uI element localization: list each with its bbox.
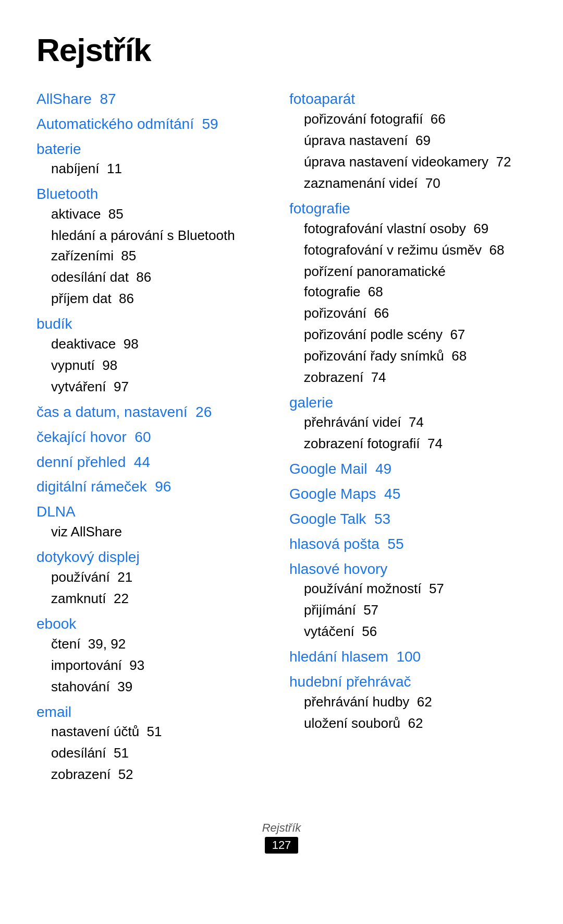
footer: Rejstřík 127: [36, 821, 527, 854]
index-entry: baterienabíjení 11: [36, 139, 274, 179]
index-entry: hlasové hovorypoužívání možností 57přijí…: [289, 559, 527, 642]
entry-header: galerie: [289, 393, 527, 413]
sub-entry: zobrazení 52: [36, 764, 274, 785]
footer-page: 127: [265, 837, 299, 854]
sub-entry: používání možností 57: [289, 579, 527, 599]
sub-entry: vytáčení 56: [289, 621, 527, 642]
entry-header: baterie: [36, 139, 274, 159]
entry-header: Google Maps 45: [289, 484, 527, 504]
index-entry: čekající hovor 60: [36, 427, 274, 447]
sub-entry: pořizování podle scény 67: [289, 325, 527, 345]
index-entry: hlasová pošta 55: [289, 534, 527, 554]
sub-entry: importování 93: [36, 655, 274, 676]
index-entry: hledání hlasem 100: [289, 647, 527, 667]
sub-entry: aktivace 85: [36, 204, 274, 224]
sub-entry: deaktivace 98: [36, 334, 274, 354]
sub-entry: odesílání dat 86: [36, 267, 274, 287]
sub-entry: pořizování fotografií 66: [289, 109, 527, 129]
index-entry: DLNAviz AllShare: [36, 502, 274, 542]
left-column: AllShare 87Automatického odmítání 59bate…: [36, 89, 289, 790]
sub-entry: zaznamenání videí 70: [289, 173, 527, 194]
index-entry: Automatického odmítání 59: [36, 114, 274, 134]
index-entry: Google Mail 49: [289, 459, 527, 479]
sub-entry: úprava nastavení 69: [289, 130, 527, 151]
index-entry: hudební přehrávačpřehrávání hudby 62ulož…: [289, 672, 527, 734]
index-entry: Google Maps 45: [289, 484, 527, 504]
sub-entry: přijímání 57: [289, 600, 527, 620]
entry-header: Google Talk 53: [289, 509, 527, 529]
index-entry: AllShare 87: [36, 89, 274, 109]
sub-entry: fotografování vlastní osoby 69: [289, 219, 527, 239]
entry-header: fotografie: [289, 199, 527, 219]
index-entry: Bluetoothaktivace 85hledání a párování s…: [36, 184, 274, 309]
entry-header: hudební přehrávač: [289, 672, 527, 692]
entry-header: DLNA: [36, 502, 274, 522]
sub-entry: pořizování řady snímků 68: [289, 346, 527, 366]
index-columns: AllShare 87Automatického odmítání 59bate…: [36, 89, 527, 790]
sub-entry: odesílání 51: [36, 743, 274, 763]
entry-header: AllShare 87: [36, 89, 274, 109]
entry-header: dotykový displej: [36, 547, 274, 567]
entry-header: hlasová pošta 55: [289, 534, 527, 554]
index-entry: čas a datum, nastavení 26: [36, 402, 274, 422]
entry-header: digitální rámeček 96: [36, 477, 274, 497]
right-column: fotoaparátpořizování fotografií 66úprava…: [289, 89, 527, 739]
page-title: Rejstřík: [36, 31, 527, 68]
entry-header: hledání hlasem 100: [289, 647, 527, 667]
sub-entry: příjem dat 86: [36, 289, 274, 309]
index-entry: digitální rámeček 96: [36, 477, 274, 497]
sub-entry: uložení souborů 62: [289, 713, 527, 734]
sub-entry: zobrazení fotografií 74: [289, 434, 527, 454]
entry-header: Google Mail 49: [289, 459, 527, 479]
sub-entry: přehrávání videí 74: [289, 412, 527, 433]
entry-header: čekající hovor 60: [36, 427, 274, 447]
sub-entry: pořízení panoramatické fotografie 68: [289, 261, 527, 302]
sub-entry: viz AllShare: [36, 522, 274, 542]
sub-entry: pořizování 66: [289, 303, 527, 323]
index-entry: dotykový displejpoužívání 21zamknutí 22: [36, 547, 274, 609]
index-entry: budíkdeaktivace 98vypnutí 98vytváření 97: [36, 314, 274, 397]
index-entry: fotografiefotografování vlastní osoby 69…: [289, 199, 527, 388]
entry-header: čas a datum, nastavení 26: [36, 402, 274, 422]
entry-header: fotoaparát: [289, 89, 527, 109]
sub-entry: zobrazení 74: [289, 367, 527, 388]
sub-entry: hledání a párování s Bluetooth zařízením…: [36, 225, 274, 266]
index-entry: ebookčtení 39, 92importování 93stahování…: [36, 614, 274, 697]
index-entry: galeriepřehrávání videí 74zobrazení foto…: [289, 393, 527, 454]
entry-header: Automatického odmítání 59: [36, 114, 274, 134]
sub-entry: úprava nastavení videokamery 72: [289, 152, 527, 172]
sub-entry: používání 21: [36, 567, 274, 587]
sub-entry: přehrávání hudby 62: [289, 692, 527, 712]
index-entry: fotoaparátpořizování fotografií 66úprava…: [289, 89, 527, 194]
sub-entry: nabíjení 11: [36, 159, 274, 179]
sub-entry: zamknutí 22: [36, 589, 274, 609]
index-entry: denní přehled 44: [36, 452, 274, 472]
entry-header: denní přehled 44: [36, 452, 274, 472]
index-entry: Google Talk 53: [289, 509, 527, 529]
sub-entry: nastavení účtů 51: [36, 722, 274, 742]
sub-entry: vytváření 97: [36, 377, 274, 397]
index-entry: emailnastavení účtů 51odesílání 51zobraz…: [36, 702, 274, 785]
entry-header: Bluetooth: [36, 184, 274, 204]
sub-entry: čtení 39, 92: [36, 634, 274, 654]
footer-label: Rejstřík: [36, 821, 527, 835]
sub-entry: vypnutí 98: [36, 355, 274, 376]
entry-header: hlasové hovory: [289, 559, 527, 579]
sub-entry: fotografování v režimu úsměv 68: [289, 240, 527, 260]
entry-header: email: [36, 702, 274, 722]
entry-header: budík: [36, 314, 274, 334]
entry-header: ebook: [36, 614, 274, 634]
sub-entry: stahování 39: [36, 677, 274, 697]
